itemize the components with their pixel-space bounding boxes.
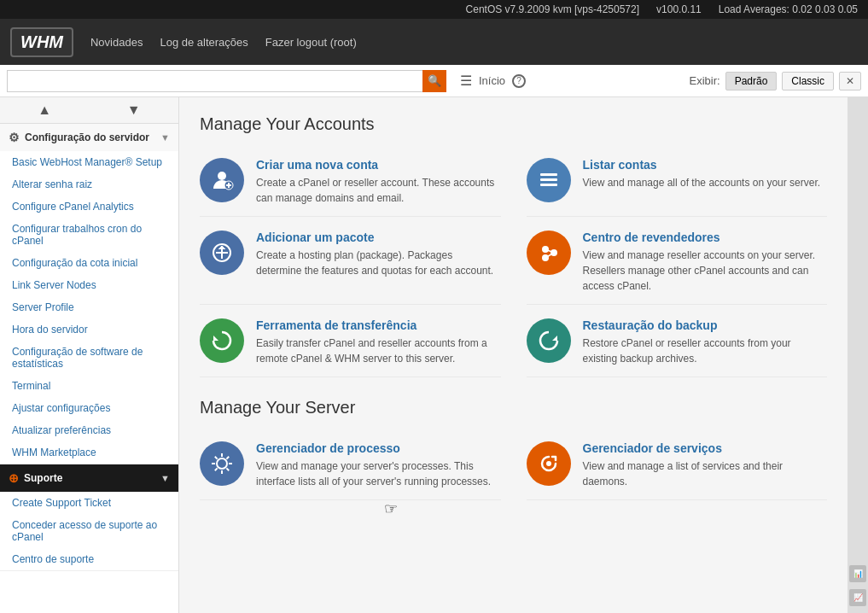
card-centro-revendedores[interactable]: Centro de revendedores View and manage r… [527, 220, 828, 305]
sidebar-item-cron[interactable]: Configurar trabalhos cron do cPanel [0, 218, 178, 252]
sidebar-item-alterar-senha[interactable]: Alterar senha raiz [0, 173, 178, 196]
help-icon[interactable]: ? [512, 74, 526, 88]
display-classic-button[interactable]: Classic [782, 72, 834, 90]
display-label: Exibir: [690, 74, 720, 87]
search-button[interactable]: 🔍 [422, 70, 446, 92]
card-criar-conta[interactable]: Criar uma nova conta Create a cPanel or … [200, 148, 501, 217]
svg-point-17 [217, 458, 227, 469]
nav-logout[interactable]: Fazer logout (root) [265, 36, 357, 49]
card-gerenciador-processo-title: Gerenciador de processo [256, 441, 501, 455]
card-criar-conta-content: Criar uma nova conta Create a cPanel or … [256, 158, 501, 206]
sidebar-down-arrow[interactable]: ▼ [90, 97, 179, 123]
search-bar: 🔍 ☰ Início ? Exibir: Padrão Classic ✕ [0, 65, 868, 97]
card-gerenciador-processo-icon [200, 441, 244, 486]
sidebar-item-terminal[interactable]: Terminal [0, 375, 178, 397]
display-clear-button[interactable]: ✕ [839, 72, 861, 90]
hamburger-icon[interactable]: ☰ [460, 73, 472, 89]
config-servidor-arrow: ▼ [160, 132, 170, 143]
manage-accounts-title: Manage Your Accounts [200, 114, 827, 134]
card-ferramenta-transferencia[interactable]: Ferramenta de transferência Easily trans… [200, 308, 501, 377]
card-gerenciador-servicos-desc: View and manage a list of services and t… [583, 458, 828, 489]
right-panel-btn-1[interactable]: 📊 [849, 565, 866, 582]
server-info: CentOS v7.9.2009 kvm [vps-4250572] [466, 3, 639, 15]
logo: WHM [10, 27, 73, 57]
card-criar-conta-icon [200, 158, 244, 202]
card-restauracao-backup-icon [527, 318, 571, 363]
card-criar-conta-title: Criar uma nova conta [256, 158, 501, 172]
card-gerenciador-processo-desc: View and manage your server's processes.… [256, 458, 501, 489]
display-controls: Exibir: Padrão Classic ✕ [690, 72, 862, 90]
sidebar-item-link-nodes[interactable]: Link Server Nodes [0, 274, 178, 296]
svg-point-0 [218, 172, 226, 180]
sidebar-item-cota[interactable]: Configuração da cota inicial [0, 252, 178, 274]
card-centro-revendedores-desc: View and manage reseller accounts on you… [583, 248, 828, 294]
card-ferramenta-transferencia-title: Ferramenta de transferência [256, 318, 501, 332]
server-cards-grid: Gerenciador de processo View and manage … [200, 431, 827, 500]
card-restauracao-backup-content: Restauração do backup Restore cPanel or … [583, 318, 828, 366]
nav-novidades[interactable]: Novidades [90, 36, 143, 49]
card-gerenciador-servicos-icon [527, 441, 571, 486]
card-gerenciador-processo-content: Gerenciador de processo View and manage … [256, 441, 501, 489]
card-adicionar-pacote-content: Adicionar um pacote Create a hosting pla… [256, 231, 501, 278]
svg-marker-16 [552, 336, 557, 341]
right-panel-btn-2[interactable]: 📈 [849, 589, 866, 606]
card-restauracao-backup-desc: Restore cPanel or reseller accounts from… [583, 336, 828, 366]
header: WHM Novidades Log de alterações Fazer lo… [0, 19, 868, 65]
card-gerenciador-servicos-content: Gerenciador de serviços View and manage … [583, 441, 828, 489]
version-info: v100.0.11 [656, 3, 702, 15]
display-padrao-button[interactable]: Padrão [725, 72, 778, 90]
card-ferramenta-transferencia-desc: Easily transfer cPanel and reseller acco… [256, 336, 501, 366]
card-listar-contas-icon [527, 158, 571, 202]
sidebar-item-centro-suporte[interactable]: Centro de suporte [0, 548, 178, 570]
sidebar-item-atualizar-prefs[interactable]: Atualizar preferências [0, 419, 178, 441]
card-centro-revendedores-icon [527, 231, 571, 275]
load-averages: Load Averages: 0.02 0.03 0.05 [719, 3, 858, 15]
card-restauracao-backup[interactable]: Restauração do backup Restore cPanel or … [527, 308, 828, 377]
sidebar-item-server-profile[interactable]: Server Profile [0, 296, 178, 318]
breadcrumb-text: Início [479, 74, 505, 87]
card-gerenciador-processo[interactable]: Gerenciador de processo View and manage … [200, 431, 501, 500]
manage-server-title: Manage Your Server [200, 398, 827, 417]
sidebar-nav-arrows: ▲ ▼ [0, 97, 178, 124]
card-listar-contas-desc: View and manage all of the accounts on y… [583, 175, 828, 190]
sidebar-item-config-software[interactable]: Configuração de software de estatísticas [0, 341, 178, 375]
nav-log-alteracoes[interactable]: Log de alterações [160, 36, 248, 49]
content-area: Manage Your Accounts Criar uma nova cont… [179, 97, 848, 613]
sidebar-item-conceder-acesso[interactable]: Conceder acesso de suporte ao cPanel [0, 514, 178, 548]
suporte-icon: ⊕ [9, 471, 19, 485]
sidebar-item-whm-marketplace[interactable]: WHM Marketplace [0, 441, 178, 464]
card-ferramenta-transferencia-content: Ferramenta de transferência Easily trans… [256, 318, 501, 366]
config-servidor-icon: ⚙ [9, 131, 20, 144]
sidebar-item-ajustar-config[interactable]: Ajustar configurações [0, 397, 178, 419]
card-listar-contas-content: Listar contas View and manage all of the… [583, 158, 828, 190]
card-centro-revendedores-title: Centro de revendedores [583, 231, 828, 244]
svg-point-18 [546, 461, 551, 466]
card-adicionar-pacote-title: Adicionar um pacote [256, 231, 501, 244]
config-servidor-label: Configuração do servidor [25, 131, 149, 143]
sidebar-item-hora-servidor[interactable]: Hora do servidor [0, 318, 178, 341]
card-adicionar-pacote[interactable]: Adicionar um pacote Create a hosting pla… [200, 220, 501, 305]
svg-rect-9 [216, 252, 228, 254]
sidebar-item-create-support-ticket[interactable]: Create Support Ticket [0, 492, 178, 514]
sidebar-section-suporte: ⊕ Suporte ▼ Create Support Ticket Conced… [0, 464, 178, 571]
suporte-arrow: ▼ [160, 473, 170, 483]
topbar: CentOS v7.9.2009 kvm [vps-4250572] v100.… [0, 0, 868, 19]
sidebar-section-config-servidor-header[interactable]: ⚙ Configuração do servidor ▼ [0, 124, 178, 151]
card-centro-revendedores-content: Centro de revendedores View and manage r… [583, 231, 828, 294]
sidebar-section-suporte-header[interactable]: ⊕ Suporte ▼ [0, 464, 178, 492]
sidebar-section-config-servidor: ⚙ Configuração do servidor ▼ Basic WebHo… [0, 124, 178, 464]
sidebar-item-basic-webhost[interactable]: Basic WebHost Manager® Setup [0, 151, 178, 173]
sidebar-item-cpanel-analytics[interactable]: Configure cPanel Analytics [0, 196, 178, 218]
card-listar-contas[interactable]: Listar contas View and manage all of the… [527, 148, 828, 217]
search-input[interactable] [7, 70, 422, 92]
sidebar-up-arrow[interactable]: ▲ [0, 97, 90, 123]
sidebar: ▲ ▼ ⚙ Configuração do servidor ▼ Basic W… [0, 97, 179, 613]
main-layout: ▲ ▼ ⚙ Configuração do servidor ▼ Basic W… [0, 97, 868, 613]
svg-rect-4 [540, 173, 557, 176]
svg-rect-5 [540, 178, 557, 181]
card-listar-contas-title: Listar contas [583, 158, 828, 172]
card-gerenciador-servicos[interactable]: Gerenciador de serviços View and manage … [527, 431, 828, 500]
breadcrumb: ☰ Início ? Exibir: Padrão Classic ✕ [460, 72, 861, 90]
card-ferramenta-transferencia-icon [200, 318, 244, 363]
svg-marker-15 [213, 336, 218, 341]
